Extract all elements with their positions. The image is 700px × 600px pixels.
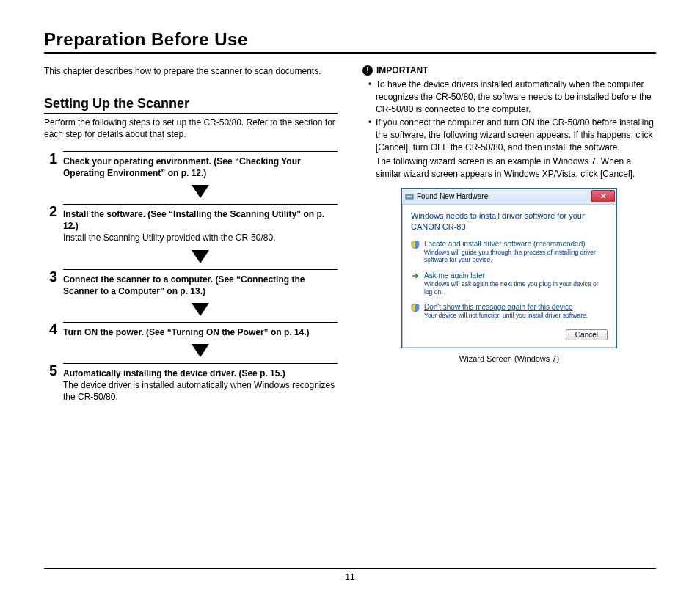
hardware-icon [405, 192, 414, 201]
step-title: Connect the scanner to a computer. (See … [63, 274, 305, 296]
section-heading: Setting Up the Scanner [44, 96, 338, 114]
important-bullets: To have the device drivers installed aut… [362, 78, 656, 180]
footer-rule [44, 568, 656, 569]
down-arrow [63, 250, 338, 263]
step-5: 5 Automatically installing the device dr… [44, 363, 338, 403]
step-title: Turn ON the power. (See “Turning ON the … [63, 327, 310, 337]
step-number: 3 [44, 269, 57, 284]
step-title: Install the software. (See “Installing t… [63, 209, 324, 231]
cancel-button[interactable]: Cancel [566, 329, 608, 340]
option-subtitle: Windows will guide you through the proce… [424, 249, 608, 264]
important-label: IMPORTANT [376, 65, 428, 76]
step-body-text: The device driver is installed automatic… [63, 380, 335, 402]
close-icon[interactable]: ✕ [591, 190, 615, 202]
dialog-option-dontshow[interactable]: Don't show this message again for this d… [411, 302, 608, 321]
step-body-text: Install the Scanning Utility provided wi… [63, 233, 275, 243]
step-4: 4 Turn ON the power. (See “Turning ON th… [44, 322, 338, 338]
step-number: 1 [44, 151, 57, 166]
step-number: 2 [44, 204, 57, 219]
option-title: Don't show this message again for this d… [424, 303, 588, 311]
step-1: 1 Check your operating environment. (See… [44, 151, 338, 179]
step-2: 2 Install the software. (See “Installing… [44, 204, 338, 244]
step-3: 3 Connect the scanner to a computer. (Se… [44, 269, 338, 297]
section-subtext: Perform the following steps to set up th… [44, 117, 338, 140]
bullet-item: If you connect the computer and turn ON … [370, 117, 656, 180]
bullet-inset: The following wizard screen is an exampl… [376, 156, 656, 180]
wizard-dialog: Found New Hardware ✕ Windows needs to in… [401, 188, 617, 348]
intro-text: This chapter describes how to prepare th… [44, 65, 338, 77]
dialog-titlebar: Found New Hardware ✕ [402, 189, 616, 205]
option-subtitle: Windows will ask again the next time you… [424, 280, 608, 296]
bullet-text: If you connect the computer and turn ON … [376, 117, 654, 153]
shield-icon [411, 303, 420, 312]
step-title: Automatically installing the device driv… [63, 368, 285, 378]
left-column: This chapter describes how to prepare th… [44, 65, 338, 403]
svg-rect-1 [407, 196, 412, 197]
page-number: 11 [44, 572, 656, 582]
option-subtitle: Your device will not function until you … [424, 312, 588, 320]
step-title: Check your operating environment. (See “… [63, 156, 301, 178]
dialog-option-locate[interactable]: Locate and install driver software (reco… [411, 239, 608, 265]
shield-icon [411, 240, 420, 249]
down-arrow [63, 185, 338, 198]
step-number: 4 [44, 322, 57, 337]
dialog-title-text: Found New Hardware [417, 192, 488, 200]
important-heading: ! IMPORTANT [362, 65, 656, 76]
title-rule [44, 52, 656, 54]
exclamation-icon: ! [362, 65, 373, 76]
down-arrow [63, 344, 338, 357]
bullet-item: To have the device drivers installed aut… [370, 78, 656, 116]
option-title: Locate and install driver software (reco… [424, 240, 608, 248]
right-column: ! IMPORTANT To have the device drivers i… [362, 65, 656, 403]
page-title: Preparation Before Use [44, 29, 656, 50]
dialog-option-later[interactable]: Ask me again later Windows will ask agai… [411, 271, 608, 296]
option-title: Ask me again later [424, 271, 608, 279]
dialog-caption: Wizard Screen (Windows 7) [459, 354, 559, 363]
arrow-right-icon [411, 271, 420, 280]
dialog-message: Windows needs to install driver software… [411, 211, 608, 232]
step-number: 5 [44, 363, 57, 378]
down-arrow [63, 303, 338, 316]
